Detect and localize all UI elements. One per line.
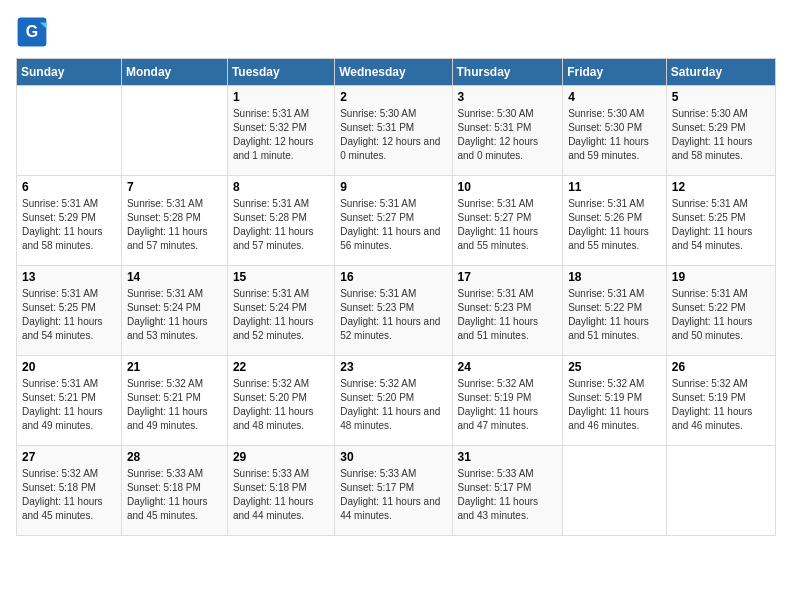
daylight-text: Daylight: 11 hours and 55 minutes. (568, 225, 661, 253)
weekday-header-monday: Monday (121, 59, 227, 86)
calendar-week-4: 20Sunrise: 5:31 AMSunset: 5:21 PMDayligh… (17, 356, 776, 446)
sunrise-text: Sunrise: 5:31 AM (672, 197, 770, 211)
sunset-text: Sunset: 5:20 PM (340, 391, 446, 405)
sunset-text: Sunset: 5:18 PM (233, 481, 329, 495)
daylight-text: Daylight: 11 hours and 47 minutes. (458, 405, 558, 433)
day-info: Sunrise: 5:31 AMSunset: 5:28 PMDaylight:… (233, 197, 329, 253)
day-info: Sunrise: 5:31 AMSunset: 5:25 PMDaylight:… (672, 197, 770, 253)
daylight-text: Daylight: 11 hours and 56 minutes. (340, 225, 446, 253)
calendar-cell: 5Sunrise: 5:30 AMSunset: 5:29 PMDaylight… (666, 86, 775, 176)
sunrise-text: Sunrise: 5:31 AM (568, 287, 661, 301)
calendar-week-3: 13Sunrise: 5:31 AMSunset: 5:25 PMDayligh… (17, 266, 776, 356)
day-info: Sunrise: 5:31 AMSunset: 5:26 PMDaylight:… (568, 197, 661, 253)
sunrise-text: Sunrise: 5:31 AM (568, 197, 661, 211)
calendar-cell: 20Sunrise: 5:31 AMSunset: 5:21 PMDayligh… (17, 356, 122, 446)
calendar-cell: 21Sunrise: 5:32 AMSunset: 5:21 PMDayligh… (121, 356, 227, 446)
day-info: Sunrise: 5:31 AMSunset: 5:23 PMDaylight:… (458, 287, 558, 343)
calendar-week-1: 1Sunrise: 5:31 AMSunset: 5:32 PMDaylight… (17, 86, 776, 176)
sunrise-text: Sunrise: 5:30 AM (568, 107, 661, 121)
calendar-cell: 26Sunrise: 5:32 AMSunset: 5:19 PMDayligh… (666, 356, 775, 446)
day-number: 5 (672, 90, 770, 104)
sunrise-text: Sunrise: 5:31 AM (233, 107, 329, 121)
sunset-text: Sunset: 5:22 PM (672, 301, 770, 315)
sunrise-text: Sunrise: 5:31 AM (233, 197, 329, 211)
sunset-text: Sunset: 5:19 PM (458, 391, 558, 405)
daylight-text: Daylight: 11 hours and 58 minutes. (22, 225, 116, 253)
day-info: Sunrise: 5:31 AMSunset: 5:28 PMDaylight:… (127, 197, 222, 253)
day-number: 10 (458, 180, 558, 194)
sunrise-text: Sunrise: 5:31 AM (22, 197, 116, 211)
sunset-text: Sunset: 5:31 PM (340, 121, 446, 135)
calendar-cell: 6Sunrise: 5:31 AMSunset: 5:29 PMDaylight… (17, 176, 122, 266)
sunset-text: Sunset: 5:28 PM (233, 211, 329, 225)
day-number: 9 (340, 180, 446, 194)
day-info: Sunrise: 5:32 AMSunset: 5:19 PMDaylight:… (568, 377, 661, 433)
day-info: Sunrise: 5:31 AMSunset: 5:32 PMDaylight:… (233, 107, 329, 163)
daylight-text: Daylight: 11 hours and 46 minutes. (568, 405, 661, 433)
sunset-text: Sunset: 5:24 PM (127, 301, 222, 315)
sunset-text: Sunset: 5:27 PM (458, 211, 558, 225)
calendar-cell: 31Sunrise: 5:33 AMSunset: 5:17 PMDayligh… (452, 446, 563, 536)
logo: G (16, 16, 52, 48)
calendar-cell: 4Sunrise: 5:30 AMSunset: 5:30 PMDaylight… (563, 86, 667, 176)
calendar-cell: 12Sunrise: 5:31 AMSunset: 5:25 PMDayligh… (666, 176, 775, 266)
day-number: 29 (233, 450, 329, 464)
svg-text:G: G (26, 23, 38, 40)
weekday-header-wednesday: Wednesday (335, 59, 452, 86)
daylight-text: Daylight: 11 hours and 43 minutes. (458, 495, 558, 523)
sunset-text: Sunset: 5:19 PM (672, 391, 770, 405)
calendar-cell: 10Sunrise: 5:31 AMSunset: 5:27 PMDayligh… (452, 176, 563, 266)
day-number: 15 (233, 270, 329, 284)
day-info: Sunrise: 5:31 AMSunset: 5:27 PMDaylight:… (340, 197, 446, 253)
day-number: 21 (127, 360, 222, 374)
calendar-cell: 16Sunrise: 5:31 AMSunset: 5:23 PMDayligh… (335, 266, 452, 356)
calendar-cell: 8Sunrise: 5:31 AMSunset: 5:28 PMDaylight… (227, 176, 334, 266)
calendar-table: SundayMondayTuesdayWednesdayThursdayFrid… (16, 58, 776, 536)
calendar-cell: 29Sunrise: 5:33 AMSunset: 5:18 PMDayligh… (227, 446, 334, 536)
daylight-text: Daylight: 11 hours and 45 minutes. (22, 495, 116, 523)
daylight-text: Daylight: 12 hours and 0 minutes. (458, 135, 558, 163)
sunrise-text: Sunrise: 5:31 AM (458, 197, 558, 211)
daylight-text: Daylight: 11 hours and 49 minutes. (127, 405, 222, 433)
sunrise-text: Sunrise: 5:31 AM (458, 287, 558, 301)
sunrise-text: Sunrise: 5:32 AM (458, 377, 558, 391)
calendar-cell: 22Sunrise: 5:32 AMSunset: 5:20 PMDayligh… (227, 356, 334, 446)
sunset-text: Sunset: 5:29 PM (672, 121, 770, 135)
daylight-text: Daylight: 11 hours and 54 minutes. (22, 315, 116, 343)
calendar-cell (121, 86, 227, 176)
calendar-cell: 2Sunrise: 5:30 AMSunset: 5:31 PMDaylight… (335, 86, 452, 176)
day-number: 20 (22, 360, 116, 374)
calendar-cell: 7Sunrise: 5:31 AMSunset: 5:28 PMDaylight… (121, 176, 227, 266)
sunset-text: Sunset: 5:19 PM (568, 391, 661, 405)
sunset-text: Sunset: 5:20 PM (233, 391, 329, 405)
day-number: 8 (233, 180, 329, 194)
day-info: Sunrise: 5:33 AMSunset: 5:17 PMDaylight:… (340, 467, 446, 523)
daylight-text: Daylight: 11 hours and 57 minutes. (127, 225, 222, 253)
sunrise-text: Sunrise: 5:33 AM (233, 467, 329, 481)
sunrise-text: Sunrise: 5:30 AM (340, 107, 446, 121)
sunset-text: Sunset: 5:28 PM (127, 211, 222, 225)
calendar-cell: 9Sunrise: 5:31 AMSunset: 5:27 PMDaylight… (335, 176, 452, 266)
day-info: Sunrise: 5:33 AMSunset: 5:18 PMDaylight:… (127, 467, 222, 523)
day-number: 3 (458, 90, 558, 104)
day-number: 7 (127, 180, 222, 194)
day-number: 17 (458, 270, 558, 284)
calendar-cell: 24Sunrise: 5:32 AMSunset: 5:19 PMDayligh… (452, 356, 563, 446)
day-info: Sunrise: 5:32 AMSunset: 5:20 PMDaylight:… (233, 377, 329, 433)
sunrise-text: Sunrise: 5:32 AM (568, 377, 661, 391)
sunrise-text: Sunrise: 5:32 AM (127, 377, 222, 391)
sunrise-text: Sunrise: 5:31 AM (340, 287, 446, 301)
daylight-text: Daylight: 11 hours and 49 minutes. (22, 405, 116, 433)
daylight-text: Daylight: 11 hours and 50 minutes. (672, 315, 770, 343)
sunrise-text: Sunrise: 5:31 AM (127, 287, 222, 301)
sunset-text: Sunset: 5:17 PM (340, 481, 446, 495)
sunrise-text: Sunrise: 5:33 AM (458, 467, 558, 481)
day-number: 24 (458, 360, 558, 374)
sunset-text: Sunset: 5:17 PM (458, 481, 558, 495)
daylight-text: Daylight: 11 hours and 59 minutes. (568, 135, 661, 163)
sunrise-text: Sunrise: 5:32 AM (233, 377, 329, 391)
calendar-cell (563, 446, 667, 536)
calendar-cell: 30Sunrise: 5:33 AMSunset: 5:17 PMDayligh… (335, 446, 452, 536)
daylight-text: Daylight: 11 hours and 57 minutes. (233, 225, 329, 253)
daylight-text: Daylight: 11 hours and 53 minutes. (127, 315, 222, 343)
